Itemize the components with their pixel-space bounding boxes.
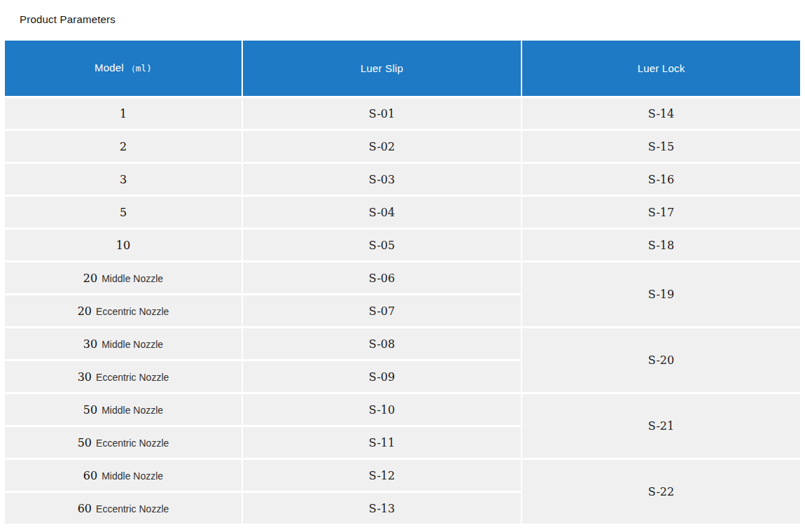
model-cell: 30Eccentric Nozzle xyxy=(5,361,241,392)
model-number: 30 xyxy=(83,337,97,351)
model-cell: 20Eccentric Nozzle xyxy=(5,295,241,326)
model-number: 20 xyxy=(78,304,92,318)
header-model-unit: （ml) xyxy=(127,63,152,74)
table-row: 60Middle Nozzle S-12 S-22 xyxy=(5,460,800,491)
product-parameters-table: Model （ml) Luer Slip Luer Lock 1 S-01 S-… xyxy=(4,38,802,526)
model-cell: 30Middle Nozzle xyxy=(5,328,241,359)
model-cell: 20Middle Nozzle xyxy=(5,262,241,293)
page-title: Product Parameters xyxy=(20,13,115,25)
model-nozzle-label: Middle Nozzle xyxy=(102,405,163,416)
model-number: 50 xyxy=(83,403,97,416)
table-row: 2 S-02 S-15 xyxy=(5,131,800,162)
luer-slip-cell: S-07 xyxy=(243,295,521,326)
model-number: 5 xyxy=(120,206,127,219)
model-nozzle-label: Middle Nozzle xyxy=(102,470,163,482)
model-nozzle-label: Eccentric Nozzle xyxy=(96,372,169,383)
luer-slip-cell: S-13 xyxy=(243,493,521,524)
table-row: 30Middle Nozzle S-08 S-20 xyxy=(5,328,800,359)
model-number: 3 xyxy=(120,173,127,186)
header-row: Model （ml) Luer Slip Luer Lock xyxy=(5,41,800,96)
luer-slip-cell: S-02 xyxy=(243,131,521,162)
model-number: 1 xyxy=(120,107,127,120)
table-row: 20Middle Nozzle S-06 S-19 xyxy=(5,262,800,293)
model-cell: 50Eccentric Nozzle xyxy=(5,427,241,458)
model-nozzle-label: Middle Nozzle xyxy=(102,273,163,284)
luer-slip-cell: S-06 xyxy=(243,262,521,293)
luer-lock-cell: S-19 xyxy=(522,262,800,326)
header-luer-lock: Luer Lock xyxy=(522,41,800,96)
model-number: 20 xyxy=(83,272,97,285)
header-model-text: Model xyxy=(94,62,124,74)
header-model: Model （ml) xyxy=(5,41,241,96)
luer-lock-cell: S-18 xyxy=(522,230,800,260)
model-cell: 10 xyxy=(5,230,241,260)
luer-lock-cell: S-17 xyxy=(522,197,800,227)
luer-slip-cell: S-12 xyxy=(243,460,521,491)
model-cell: 5 xyxy=(5,197,241,227)
luer-lock-cell: S-15 xyxy=(522,131,800,162)
luer-lock-cell: S-16 xyxy=(522,164,800,195)
table-row: 3 S-03 S-16 xyxy=(5,164,800,195)
model-number: 60 xyxy=(83,469,97,482)
model-number: 30 xyxy=(78,370,92,384)
model-nozzle-label: Middle Nozzle xyxy=(102,339,163,350)
model-cell: 60Eccentric Nozzle xyxy=(5,493,241,524)
luer-lock-cell: S-20 xyxy=(522,328,800,392)
model-cell: 60Middle Nozzle xyxy=(5,460,241,491)
model-nozzle-label: Eccentric Nozzle xyxy=(96,306,169,317)
table-row: 10 S-05 S-18 xyxy=(5,230,800,260)
model-cell: 50Middle Nozzle xyxy=(5,394,241,425)
header-luer-slip: Luer Slip xyxy=(243,41,521,96)
luer-slip-cell: S-08 xyxy=(243,328,521,359)
model-number: 10 xyxy=(116,239,130,252)
model-nozzle-label: Eccentric Nozzle xyxy=(96,438,169,449)
model-cell: 1 xyxy=(5,98,241,129)
luer-slip-cell: S-04 xyxy=(243,197,521,227)
luer-slip-cell: S-09 xyxy=(243,361,521,392)
page: Product Parameters Model （ml) Luer Slip … xyxy=(0,0,805,532)
model-nozzle-label: Eccentric Nozzle xyxy=(96,503,169,514)
model-number: 60 xyxy=(78,502,92,515)
model-number: 50 xyxy=(78,436,92,449)
luer-slip-cell: S-01 xyxy=(243,98,521,129)
table-row: 50Middle Nozzle S-10 S-21 xyxy=(5,394,800,425)
luer-slip-cell: S-10 xyxy=(243,394,521,425)
luer-slip-cell: S-11 xyxy=(243,427,521,458)
model-number: 2 xyxy=(120,140,127,153)
luer-slip-cell: S-05 xyxy=(243,230,521,260)
luer-lock-cell: S-14 xyxy=(522,98,800,129)
table-row: 1 S-01 S-14 xyxy=(5,98,800,129)
luer-slip-cell: S-03 xyxy=(243,164,521,195)
luer-lock-cell: S-21 xyxy=(522,394,800,458)
table-row: 5 S-04 S-17 xyxy=(5,197,800,227)
model-cell: 3 xyxy=(5,164,241,195)
model-cell: 2 xyxy=(5,131,241,162)
luer-lock-cell-highlighted: S-22 xyxy=(522,460,800,524)
